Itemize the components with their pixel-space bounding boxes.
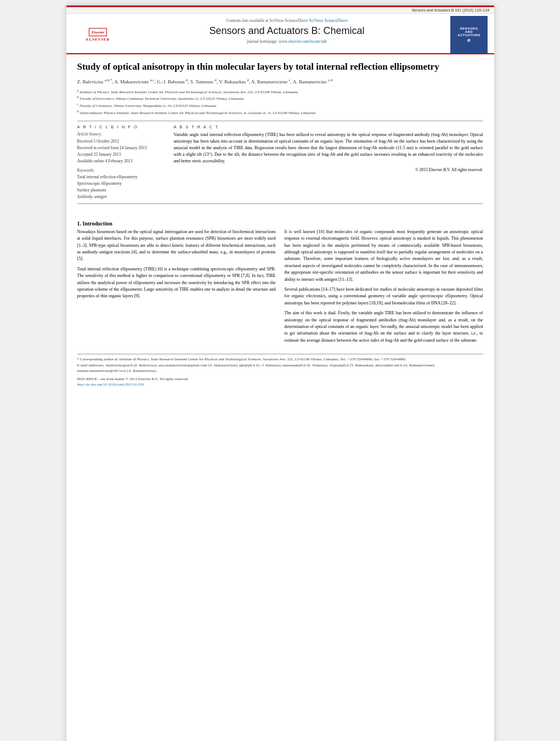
sciverse-text: Contents lists available at SciVerse Sci… [227, 18, 308, 23]
article-info-column: A R T I C L E I N F O Article history: R… [77, 125, 165, 200]
body-para-2: Total internal reflection ellipsometry (… [77, 266, 276, 300]
history-label: Article history: [77, 132, 165, 137]
footnotes: * Corresponding author at: Institute of … [77, 354, 483, 388]
article-page: Sensors and Actuators B 181 (2013) 119–1… [66, 5, 494, 741]
article-title: Study of optical anisotropy in thin mole… [77, 61, 483, 73]
journal-reference-bar: Sensors and Actuators B 181 (2013) 119–1… [66, 7, 494, 14]
footnote-doi: http://dx.doi.org/10.1016/j.snb.2013.01.… [77, 382, 483, 388]
footnote-issn: 0925-4005/$ – see front matter © 2013 El… [77, 376, 483, 382]
keywords-label: Keywords: [77, 168, 165, 173]
body-para-4: Several publications [14–17] have been d… [285, 286, 483, 307]
history-received: Received 5 October 2012 [77, 138, 165, 145]
section-1-title: 1. Introduction [77, 220, 483, 227]
journal-title-area: Contents lists available at SciVerse Sci… [126, 16, 449, 53]
email-list: zbalevicius@ar.ft (Z. Balevicius), asta.… [77, 363, 435, 374]
journal-homepage: journal homepage: www.elsevier.com/locat… [247, 39, 327, 44]
footnote-corresponding: * Corresponding author at: Institute of … [77, 357, 483, 363]
affiliation-a: a Institute of Physics, State Research I… [77, 88, 483, 95]
body-para-5: The aim of this work is dual. Firstly, t… [285, 310, 483, 344]
authors-line: Z. Balevicius a,b,*, A. Makaraviciute a,… [77, 77, 483, 86]
affiliation-b: b Faculty of Electronics, Vilnius Cedimi… [77, 95, 483, 102]
affiliation-c: c Faculty of Chemistry, Vilnius Universi… [77, 102, 483, 109]
abstract-body: Variable angle total internal reflection… [174, 132, 483, 163]
sciverse-line: Contents lists available at SciVerse Sci… [227, 18, 348, 23]
body-content: 1. Introduction Nowadays biosensors base… [66, 212, 494, 392]
abstract-header: A B S T R A C T [174, 125, 483, 129]
keyword-4: Antibody–antigen [77, 194, 165, 200]
keyword-1: Total internal reflection ellipsometry [77, 174, 165, 180]
elsevier-logo-area: Elsevier ELSEVIER [71, 16, 126, 53]
journal-title: Sensors and Actuators B: Chemical [209, 25, 364, 37]
article-content: Study of optical anisotropy in thin mole… [66, 54, 494, 212]
history-revised: Received in revised form 24 January 2013 [77, 145, 165, 151]
footnote-emails: E-mail addresses: zbalevicius@ar.ft (Z. … [77, 363, 483, 374]
divider-2 [77, 203, 483, 204]
copyright-line: © 2013 Elsevier B.V. All rights reserved… [174, 167, 483, 173]
affiliation-d: d Semiconductor Physics Institute, State… [77, 109, 483, 116]
history-accepted: Accepted 25 January 2013 [77, 151, 165, 158]
journal-ref-text: Sensors and Actuators B 181 (2013) 119–1… [411, 8, 489, 12]
doi-link[interactable]: http://dx.doi.org/10.1016/j.snb.2013.01.… [77, 382, 144, 387]
section-title-text: Introduction [83, 220, 112, 227]
affiliations: a Institute of Physics, State Research I… [77, 88, 483, 116]
keyword-2: Spectroscopic ellipsometry [77, 180, 165, 187]
keyword-3: Surface plasmons [77, 187, 165, 194]
body-para-3: It is well known [10] that molecules of … [285, 229, 483, 283]
section-number: 1. [77, 220, 83, 227]
abstract-text: Variable angle total internal reflection… [174, 132, 483, 173]
email-label: E-mail addresses: [77, 363, 105, 367]
journal-logo-box: SENSORS AND ACTUATORS B [450, 16, 488, 53]
elsevier-logo-box: Elsevier [89, 28, 107, 36]
body-para-1: Nowadays biosensors based on the optical… [77, 229, 276, 263]
info-abstract-section: A R T I C L E I N F O Article history: R… [77, 125, 483, 200]
corresponding-text: * Corresponding author at: Institute of … [77, 357, 406, 361]
abstract-column: A B S T R A C T Variable angle total int… [174, 125, 483, 200]
issn-text: 0925-4005/$ – see front matter © 2013 El… [77, 377, 189, 381]
journal-header: Elsevier ELSEVIER Contents lists availab… [66, 14, 494, 54]
journal-logo-area: SENSORS AND ACTUATORS B [449, 16, 490, 53]
body-two-col: Nowadays biosensors based on the optical… [77, 229, 483, 347]
history-available: Available online 4 February 2013 [77, 158, 165, 165]
homepage-link[interactable]: www.elsevier.com/locate/snb [279, 39, 327, 44]
article-info-header: A R T I C L E I N F O [77, 125, 165, 129]
keywords-section: Keywords: Total internal reflection elli… [77, 168, 165, 200]
divider-1 [77, 121, 483, 121]
elsevier-wordmark: ELSEVIER [86, 37, 110, 42]
body-right-column: It is well known [10] that molecules of … [285, 229, 483, 347]
body-left-column: Nowadays biosensors based on the optical… [77, 229, 276, 347]
